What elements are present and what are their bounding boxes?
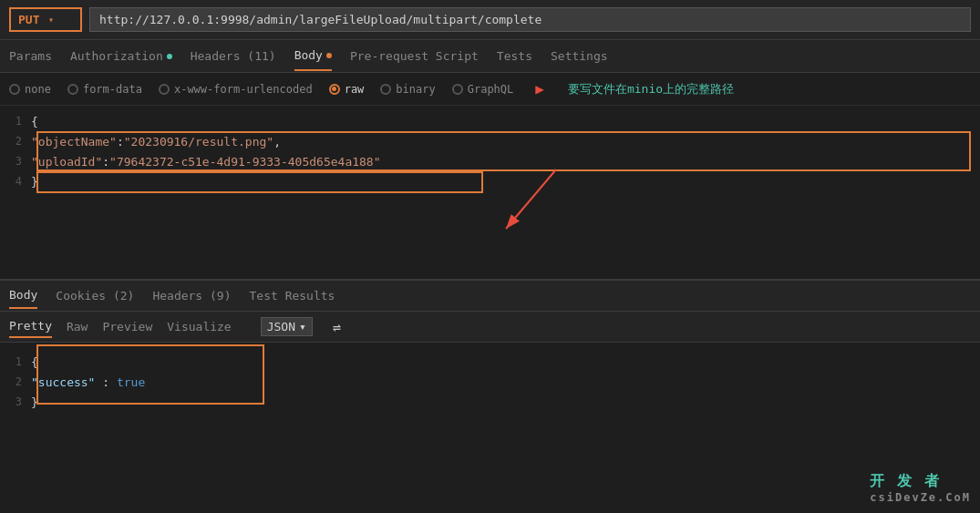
code-line-2: 2 "objectName":"20230916/result.png", <box>0 131 980 151</box>
response-body: 1 { 2 "success" : true 3 } <box>0 343 980 421</box>
tab-tests[interactable]: Tests <box>497 42 532 70</box>
option-urlencoded[interactable]: x-www-form-urlencoded <box>159 83 313 96</box>
request-editor[interactable]: 1 { 2 "objectName":"20230916/result.png"… <box>0 106 980 279</box>
tab-params[interactable]: Params <box>9 42 52 70</box>
response-tab-body[interactable]: Body <box>9 282 37 309</box>
code-line-1: 1 { <box>0 111 980 131</box>
radio-graphql <box>452 84 463 95</box>
url-bar: PUT ▾ <box>0 0 980 40</box>
response-line-2: 2 "success" : true <box>0 372 980 392</box>
code-line-3: 3 "uploadId":"79642372-c51e-4d91-9333-40… <box>0 151 980 171</box>
chevron-down-icon: ▾ <box>48 15 73 25</box>
response-tab-cookies[interactable]: Cookies (2) <box>56 283 134 308</box>
body-options-row: none form-data x-www-form-urlencoded raw… <box>0 73 980 106</box>
raw-tab[interactable]: Raw <box>67 316 88 337</box>
option-form-data[interactable]: form-data <box>67 83 142 96</box>
option-none[interactable]: none <box>9 83 51 96</box>
authorization-dot <box>167 54 172 59</box>
url-input[interactable] <box>89 7 971 32</box>
arrow-right-icon: ▶ <box>535 80 544 97</box>
radio-raw <box>329 84 340 95</box>
format-dropdown[interactable]: JSON ▾ <box>261 317 313 336</box>
request-tabs: Params Authorization Headers (11) Body P… <box>0 40 980 73</box>
watermark: 开 发 者 csiDevZe.CoM <box>870 472 971 504</box>
response-section: Body Cookies (2) Headers (9) Test Result… <box>0 279 980 421</box>
pretty-tabs-row: Pretty Raw Preview Visualize JSON ▾ ⇌ <box>0 312 980 343</box>
radio-binary <box>380 84 391 95</box>
radio-form-data <box>67 84 78 95</box>
method-label: PUT <box>18 13 43 26</box>
method-dropdown[interactable]: PUT ▾ <box>9 7 82 32</box>
response-tabs-row: Body Cookies (2) Headers (9) Test Result… <box>0 281 980 312</box>
pretty-tab[interactable]: Pretty <box>9 315 52 338</box>
tab-headers[interactable]: Headers (11) <box>191 42 276 70</box>
tab-prerequest[interactable]: Pre-request Script <box>350 42 479 70</box>
radio-none <box>9 84 20 95</box>
code-block: 1 { 2 "objectName":"20230916/result.png"… <box>0 106 980 197</box>
code-line-4: 4 } <box>0 171 980 191</box>
response-line-1: 1 { <box>0 352 980 372</box>
chevron-format-icon: ▾ <box>299 320 306 333</box>
option-binary[interactable]: binary <box>380 83 435 96</box>
response-tab-headers[interactable]: Headers (9) <box>152 283 231 308</box>
option-graphql[interactable]: GraphQL <box>452 83 514 96</box>
tab-authorization[interactable]: Authorization <box>70 42 172 70</box>
visualize-tab[interactable]: Visualize <box>167 316 231 337</box>
tab-body[interactable]: Body <box>294 41 332 71</box>
radio-urlencoded <box>159 84 170 95</box>
preview-tab[interactable]: Preview <box>102 316 152 337</box>
option-raw[interactable]: raw <box>329 83 365 96</box>
response-tab-test-results[interactable]: Test Results <box>250 283 335 308</box>
tab-settings[interactable]: Settings <box>551 42 608 70</box>
annotation-1: 要写文件在minio上的完整路径 <box>568 81 734 97</box>
wrap-icon[interactable]: ⇌ <box>333 319 341 335</box>
body-dot <box>326 53 332 58</box>
response-line-3: 3 } <box>0 392 980 412</box>
